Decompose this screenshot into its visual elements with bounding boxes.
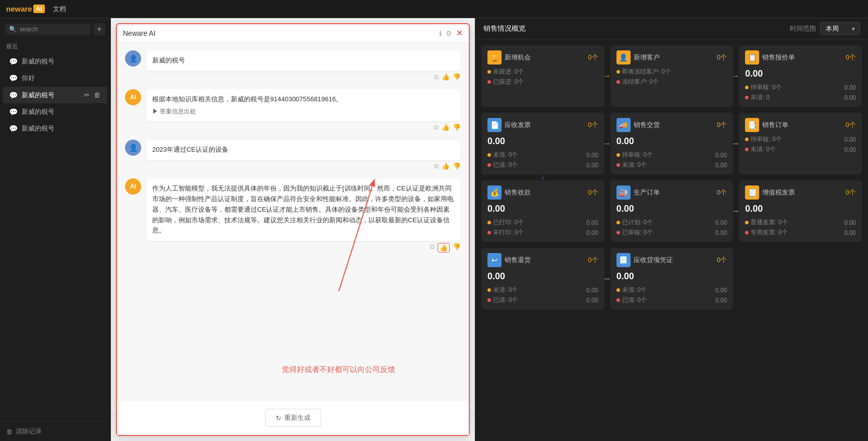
card-detail-row: 未打印: 0个 0.00 bbox=[487, 228, 598, 237]
msg-bubble-3: 作为人工智能模型，我无法提供具体的年份，因为我的知识截止于[训练时间。然而，CE… bbox=[146, 178, 461, 241]
msg-content-1: 根据本地知识库相关信息，新威的税号是914403007556819616。▶ 答… bbox=[146, 89, 461, 132]
user-avatar: 👤 bbox=[125, 140, 141, 156]
card-title-area: 📃 应收贷项凭证 bbox=[616, 253, 673, 267]
stat-card-production-order[interactable]: 🏭 生产订单 0个 0.00 已计划: 0个 0.00 已审核: 0个 0.00… bbox=[610, 180, 733, 242]
card-icon: 📃 bbox=[616, 253, 631, 267]
card-title-area: 🏭 生产订单 bbox=[616, 185, 660, 200]
stat-card-vat-invoice[interactable]: 🧾 增值税发票 0个 0.00 普通发票: 0个 0.00 专用发票: 0个 0… bbox=[739, 180, 862, 242]
info-icon[interactable]: ℹ bbox=[439, 29, 442, 37]
status-dot bbox=[487, 221, 491, 224]
cards-grid: 🏆 新增机会 0个 未跟进: 0个 已跟进: 0个 → 👤 bbox=[475, 39, 868, 441]
sidebar-item-label: 新威的税号 bbox=[22, 107, 101, 116]
sidebar-item-item5[interactable]: 💬 新威的税号 bbox=[3, 120, 107, 137]
card-title: 销售报价单 bbox=[762, 53, 795, 62]
sidebar-item-label: 新威的税号 bbox=[22, 124, 101, 133]
regen-button[interactable]: ↻ 重新生成 bbox=[265, 409, 321, 427]
thumbs-down-icon[interactable]: 👎 bbox=[453, 73, 461, 81]
status-dot bbox=[487, 298, 491, 302]
detail-value: 0.00 bbox=[844, 84, 856, 91]
card-title: 应收贷项凭证 bbox=[634, 256, 673, 265]
card-detail-row: 已计划: 0个 0.00 bbox=[616, 218, 727, 227]
card-title-area: ↩ 销售退货 bbox=[487, 253, 531, 267]
status-dot bbox=[487, 70, 491, 74]
card-title: 销售收款 bbox=[505, 188, 531, 197]
stat-card-sales-delivery[interactable]: 🚚 销售交货 0个 0.00 待审核: 0个 0.00 未清: 0个 0.00 … bbox=[610, 113, 733, 174]
delete-icon[interactable]: 🗑 bbox=[93, 90, 101, 100]
card-title-area: 🚚 销售交货 bbox=[616, 118, 660, 132]
stat-card-receivable-invoice[interactable]: 📄 应收发票 0个 0.00 未清: 0个 0.00 已清: 0个 0.00 →… bbox=[481, 113, 604, 174]
stat-card-new-customer[interactable]: 👤 新增客户 0个 即将冻结客户: 0个 冻结客户: 0个 → bbox=[610, 45, 733, 107]
thumbs-up-icon[interactable]: 👍 bbox=[438, 243, 450, 253]
card-header: ↩ 销售退货 0个 bbox=[487, 253, 598, 267]
stat-card-sales-collection[interactable]: 💰 销售收款 0个 0.00 已打印: 0个 0.00 未打印: 0个 0.00 bbox=[481, 180, 604, 242]
status-dot bbox=[616, 80, 620, 84]
sidebar-list: 💬 新威的税号 💬 你好 💬 新威的税号 ✏ 🗑 💬 新威的税号 💬 新威的税号 bbox=[0, 53, 110, 421]
time-range-select[interactable]: 本周本月本季度本年 bbox=[820, 22, 860, 35]
copy-icon[interactable]: ⧉ bbox=[434, 162, 439, 170]
detail-label: 已打印: 0个 bbox=[487, 218, 586, 227]
sidebar-clear-button[interactable]: 🗑 清除记录 bbox=[0, 421, 110, 441]
status-dot bbox=[487, 80, 491, 84]
card-header: 🧾 增值税发票 0个 bbox=[745, 185, 856, 200]
card-details: 未清: 0个 0.00 已清: 0个 0.00 bbox=[616, 286, 727, 304]
thumbs-up-icon[interactable]: 👍 bbox=[442, 73, 450, 81]
card-details: 普通发票: 0个 0.00 专用发票: 0个 0.00 bbox=[745, 218, 856, 237]
msg-bubble-2: 2023年通过CE认证的设备 bbox=[146, 140, 461, 160]
card-icon: 📄 bbox=[487, 118, 502, 132]
sidebar-item-item2[interactable]: 💬 你好 bbox=[3, 70, 107, 86]
card-detail-row: 未清: 0个 0.00 bbox=[487, 286, 598, 294]
sidebar-item-item4[interactable]: 💬 新威的税号 bbox=[3, 104, 107, 120]
stat-card-sales-order[interactable]: 📑 销售订单 0个 待审核: 0个 0.00 未清: 0个 0.00 ← bbox=[739, 113, 862, 174]
trash-icon: 🗑 bbox=[6, 428, 13, 435]
detail-value: 0.00 bbox=[844, 136, 856, 143]
stat-card-new-opportunity[interactable]: 🏆 新增机会 0个 未跟进: 0个 已跟进: 0个 → bbox=[481, 45, 604, 107]
card-value: 0.00 bbox=[616, 135, 727, 148]
detail-label: 冻结客户: 0个 bbox=[616, 78, 727, 86]
thumbs-down-icon[interactable]: 👎 bbox=[453, 162, 461, 170]
main-layout: 🔍 search + 最近 💬 新威的税号 💬 你好 💬 新威的税号 ✏ 🗑 💬… bbox=[0, 18, 868, 441]
arrow-right-icon: → bbox=[603, 139, 611, 148]
copy-icon[interactable]: ⧉ bbox=[434, 123, 439, 132]
detail-value: 0.00 bbox=[715, 287, 727, 294]
topbar-doc-link[interactable]: 文档 bbox=[53, 5, 66, 14]
stat-card-sales-quotation[interactable]: 📋 销售报价单 0个 0.00 待审核: 0个 0.00 未清: 0 0.00 bbox=[739, 45, 862, 107]
card-details: 已计划: 0个 0.00 已审核: 0个 0.00 bbox=[616, 218, 727, 237]
msg-content-3: 作为人工智能模型，我无法提供具体的年份，因为我的知识截止于[训练时间。然而，CE… bbox=[146, 178, 461, 253]
sidebar-item-item3[interactable]: 💬 新威的税号 ✏ 🗑 bbox=[3, 87, 107, 103]
status-dot bbox=[616, 221, 620, 224]
status-dot bbox=[616, 231, 620, 234]
thumbs-down-icon[interactable]: 👎 bbox=[453, 123, 461, 132]
thumbs-down-icon[interactable]: 👎 bbox=[453, 243, 461, 253]
thumbs-up-icon[interactable]: 👍 bbox=[442, 123, 450, 132]
detail-value: 0.00 bbox=[586, 297, 598, 304]
card-details: 未清: 0个 0.00 已清: 0个 0.00 bbox=[487, 151, 598, 169]
msg-content-2: 2023年通过CE认证的设备 ⧉ 👍 👎 bbox=[146, 140, 461, 170]
message-row-1: AI 根据本地知识库相关信息，新威的税号是914403007556819616。… bbox=[125, 89, 461, 132]
add-chat-button[interactable]: + bbox=[93, 23, 105, 35]
settings-icon[interactable]: ⚙ bbox=[446, 29, 452, 37]
card-details: 待审核: 0个 0.00 未清: 0 0.00 bbox=[745, 83, 856, 102]
thumbs-up-icon[interactable]: 👍 bbox=[442, 162, 450, 170]
card-detail-row: 即将冻结客户: 0个 bbox=[616, 68, 727, 76]
sidebar-item-item1[interactable]: 💬 新威的税号 bbox=[3, 53, 107, 70]
right-panel: 销售情况概览 时间范围 本周本月本季度本年 🏆 新增机会 0个 bbox=[475, 18, 868, 441]
detail-label: 已清: 0个 bbox=[487, 296, 586, 304]
card-header: 👤 新增客户 0个 bbox=[616, 50, 727, 65]
card-icon: 📋 bbox=[745, 50, 759, 65]
message-row-0: 👤 新威的税号 ⧉ 👍 👎 bbox=[125, 50, 461, 81]
copy-icon[interactable]: ⧉ bbox=[434, 73, 439, 81]
ai-dialog-body: 👤 新威的税号 ⧉ 👍 👎 AI 根据本地知识库相关信息，新威的税号是91440… bbox=[117, 42, 469, 400]
source-link[interactable]: ▶ 答案信息出处 bbox=[152, 107, 196, 116]
card-title: 生产订单 bbox=[634, 188, 660, 197]
chat-icon: 💬 bbox=[9, 91, 18, 99]
card-title-area: 📄 应收发票 bbox=[487, 118, 531, 132]
ai-dialog-header: Neware AI ℹ ⚙ ✕ bbox=[117, 24, 469, 42]
search-box[interactable]: 🔍 search bbox=[5, 24, 90, 35]
message-row-3: AI 作为人工智能模型，我无法提供具体的年份，因为我的知识截止于[训练时间。然而… bbox=[125, 178, 461, 253]
stat-card-receivable-voucher[interactable]: 📃 应收贷项凭证 0个 0.00 未清: 0个 0.00 已清: 0个 0.00… bbox=[610, 248, 733, 309]
close-icon[interactable]: ✕ bbox=[456, 28, 463, 38]
copy-icon[interactable]: ⧉ bbox=[430, 243, 435, 253]
card-title-area: 📋 销售报价单 bbox=[745, 50, 795, 65]
stat-card-sales-return[interactable]: ↩ 销售退货 0个 0.00 未清: 0个 0.00 已清: 0个 0.00 → bbox=[481, 248, 604, 309]
edit-icon[interactable]: ✏ bbox=[83, 90, 91, 100]
